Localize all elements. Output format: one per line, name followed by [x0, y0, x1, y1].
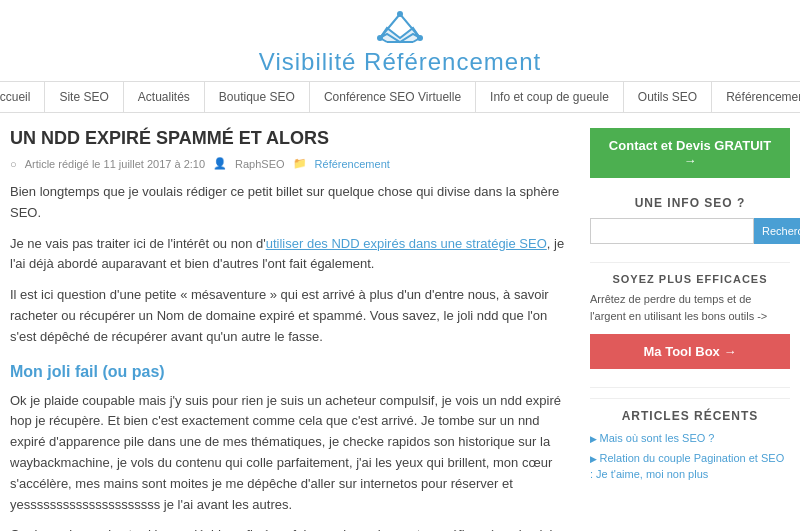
main-content: UN NDD EXPIRÉ SPAMMÉ ET ALORS ○ Article …	[10, 128, 570, 531]
crown-logo	[375, 10, 425, 48]
article-para-3: Il est ici question d'une petite « mésav…	[10, 285, 570, 347]
article-para-2: Je ne vais pas traiter ici de l'intérêt …	[10, 234, 570, 276]
nav-outils-seo[interactable]: Outils SEO	[624, 82, 712, 112]
article-section-para-1: Ok je plaide coupable mais j'y suis pour…	[10, 391, 570, 516]
site-title: Visibilité Référencement	[0, 48, 800, 76]
meta-author-icon: 👤	[213, 157, 227, 170]
search-box: Rechercher	[590, 218, 790, 244]
recent-links-list: Mais où sont les SEO ? Relation du coupl…	[590, 431, 790, 482]
site-header: Visibilité Référencement	[0, 0, 800, 81]
article-date: Article rédigé le 11 juillet 2017 à 2:10	[25, 158, 205, 170]
svg-point-1	[397, 11, 403, 17]
article-category-link[interactable]: Référencement	[315, 158, 390, 170]
recent-link-1[interactable]: Mais où sont les SEO ?	[590, 431, 790, 446]
recent-link-item-1: Mais où sont les SEO ?	[590, 431, 790, 446]
nav-boutique-seo[interactable]: Boutique SEO	[205, 82, 310, 112]
sidebar-divider-1	[590, 262, 790, 263]
article-meta: ○ Article rédigé le 11 juillet 2017 à 2:…	[10, 157, 570, 170]
page-wrapper: UN NDD EXPIRÉ SPAMMÉ ET ALORS ○ Article …	[0, 113, 800, 531]
meta-category-icon: 📁	[293, 157, 307, 170]
main-nav: Accueil Site SEO Actualités Boutique SEO…	[0, 81, 800, 113]
nav-site-seo[interactable]: Site SEO	[45, 82, 123, 112]
recent-link-2[interactable]: Relation du couple Pagination et SEO : J…	[590, 451, 790, 482]
article-author: RaphSEO	[235, 158, 285, 170]
meta-date-icon: ○	[10, 158, 17, 170]
cta-button[interactable]: Contact et Devis GRATUIT →	[590, 128, 790, 178]
nav-conference[interactable]: Conférence SEO Virtuelle	[310, 82, 476, 112]
article-title: UN NDD EXPIRÉ SPAMMÉ ET ALORS	[10, 128, 570, 149]
article-para-1: Bien longtemps que je voulais rédiger ce…	[10, 182, 570, 224]
ndd-link[interactable]: utiliser des NDD expirés dans une straté…	[266, 236, 547, 251]
efficaces-title: SOYEZ PLUS EFFICACES	[590, 273, 790, 285]
nav-info-coup[interactable]: Info et coup de gueule	[476, 82, 624, 112]
toolbox-button[interactable]: Ma Tool Box →	[590, 334, 790, 369]
article-body: Bien longtemps que je voulais rédiger ce…	[10, 182, 570, 531]
sidebar-divider-2	[590, 387, 790, 388]
recent-link-item-2: Relation du couple Pagination et SEO : J…	[590, 451, 790, 482]
nav-actualites[interactable]: Actualités	[124, 82, 205, 112]
search-input[interactable]	[590, 218, 754, 244]
nav-accueil[interactable]: Accueil	[0, 82, 45, 112]
nav-referencement[interactable]: Référencement	[712, 82, 800, 112]
section-heading: Mon joli fail (ou pas)	[10, 363, 570, 381]
search-button[interactable]: Rechercher	[754, 218, 800, 244]
article-section-para-2: Quelques jours plus tard je me décide en…	[10, 525, 570, 531]
sidebar: Contact et Devis GRATUIT → UNE INFO SEO …	[590, 128, 790, 531]
recent-title: ARTICLES RÉCENTS	[590, 398, 790, 423]
info-seo-title: UNE INFO SEO ?	[590, 196, 790, 210]
efficaces-desc: Arrêtez de perdre du temps et de l'argen…	[590, 291, 790, 324]
